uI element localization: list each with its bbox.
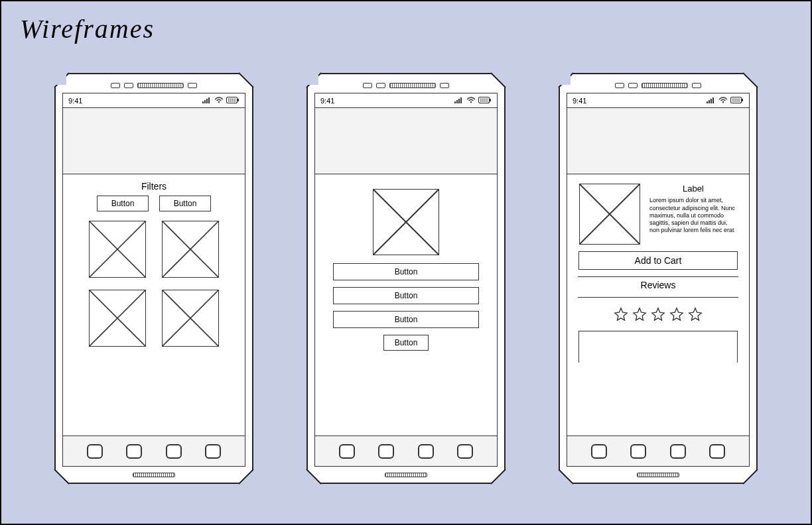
image-placeholder[interactable]	[89, 221, 146, 278]
bevel-corner	[54, 73, 69, 88]
home-indicator[interactable]	[133, 473, 175, 477]
bottom-nav	[567, 436, 749, 466]
status-time: 9:41	[68, 97, 82, 105]
nav-item[interactable]	[630, 444, 646, 459]
image-placeholder[interactable]	[162, 221, 219, 278]
product-text: Label Lorem ipsum dolor sit amet, consec…	[649, 184, 737, 235]
screen3-content: Label Lorem ipsum dolor sit amet, consec…	[567, 174, 749, 436]
wifi-icon	[214, 97, 224, 105]
wireframe-row: 9:41 Filters Button Button	[1, 73, 811, 484]
status-bar: 9:41	[567, 93, 749, 108]
sensor-dot	[376, 83, 385, 88]
svg-rect-61	[731, 97, 742, 103]
earpiece-speaker	[642, 83, 688, 88]
earpiece-speaker	[389, 83, 436, 88]
image-placeholder[interactable]	[162, 290, 219, 347]
star-rating[interactable]	[614, 307, 703, 324]
filter-button-b[interactable]: Button	[159, 196, 211, 211]
svg-line-1	[54, 73, 69, 88]
image-placeholder[interactable]	[89, 290, 146, 347]
nav-item[interactable]	[591, 444, 607, 459]
phone-screen: 9:41 Filters Button Button	[62, 93, 245, 467]
star-icon[interactable]	[632, 307, 647, 324]
phone-screen: 9:41 Button Button	[314, 93, 498, 467]
svg-rect-58	[710, 99, 712, 103]
svg-rect-10	[206, 99, 208, 103]
phone-1: 9:41 Filters Button Button	[54, 73, 253, 484]
home-indicator[interactable]	[385, 473, 427, 477]
nav-item[interactable]	[709, 444, 725, 459]
star-icon[interactable]	[688, 307, 703, 324]
star-icon[interactable]	[651, 307, 665, 324]
phone-top-hardware	[56, 74, 252, 93]
home-indicator[interactable]	[637, 473, 679, 477]
nav-item[interactable]	[166, 444, 182, 459]
star-icon[interactable]	[669, 307, 684, 324]
sensor-dot	[615, 83, 624, 88]
home-button-area	[56, 471, 252, 483]
section-divider	[578, 297, 738, 298]
svg-rect-56	[707, 101, 708, 103]
home-button-area	[560, 471, 756, 483]
nav-item[interactable]	[418, 444, 434, 459]
status-bar: 9:41	[63, 93, 245, 108]
signal-icon	[707, 97, 716, 105]
product-description: Lorem ipsum dolor sit amet, consectetur …	[649, 197, 737, 234]
phone-top-hardware	[308, 74, 504, 93]
option-button-4[interactable]: Button	[383, 335, 429, 351]
phone-screen: 9:41 Label Lorem i	[567, 93, 750, 467]
bevel-corner	[306, 73, 321, 88]
option-button-1[interactable]: Button	[333, 263, 479, 280]
review-input-box[interactable]	[578, 331, 738, 363]
nav-item[interactable]	[339, 444, 355, 459]
battery-icon	[730, 97, 744, 105]
option-button-3[interactable]: Button	[333, 311, 479, 328]
svg-rect-11	[208, 97, 210, 103]
svg-rect-14	[237, 99, 239, 101]
add-to-cart-button[interactable]: Add to Cart	[578, 251, 738, 270]
svg-rect-62	[742, 99, 743, 101]
bevel-corner	[491, 469, 506, 484]
bevel-corner	[491, 73, 506, 88]
svg-rect-36	[456, 100, 458, 103]
svg-rect-40	[479, 97, 490, 103]
svg-point-12	[218, 101, 220, 102]
nav-item[interactable]	[87, 444, 103, 459]
phone-3: 9:41 Label Lorem i	[559, 73, 758, 484]
bevel-corner	[54, 469, 69, 484]
nav-item[interactable]	[205, 444, 221, 459]
nav-item[interactable]	[378, 444, 394, 459]
sensor-dot	[440, 83, 449, 88]
filter-button-a[interactable]: Button	[97, 196, 149, 211]
bevel-corner	[559, 469, 573, 484]
svg-rect-41	[490, 99, 491, 101]
svg-rect-9	[204, 100, 206, 103]
wifi-icon	[718, 97, 728, 105]
earpiece-speaker	[137, 83, 184, 88]
product-grid	[89, 221, 219, 347]
screen1-content: Filters Button Button	[63, 174, 245, 436]
svg-rect-8	[202, 101, 204, 103]
signal-icon	[454, 97, 464, 105]
product-image-placeholder	[579, 184, 640, 245]
bevel-corner	[239, 73, 253, 88]
svg-rect-57	[709, 100, 710, 103]
phone-2: 9:41 Button Button	[306, 73, 506, 484]
bevel-corner	[239, 469, 253, 484]
nav-item[interactable]	[457, 444, 473, 459]
option-button-2[interactable]: Button	[333, 287, 479, 304]
battery-icon	[226, 97, 239, 105]
bevel-corner	[559, 73, 573, 88]
status-time: 9:41	[573, 97, 586, 105]
star-icon[interactable]	[614, 307, 628, 324]
svg-rect-35	[454, 101, 456, 103]
signal-icon	[202, 97, 212, 105]
nav-item[interactable]	[670, 444, 686, 459]
sensor-dot	[628, 83, 638, 88]
svg-rect-13	[227, 97, 237, 103]
sensor-dot	[124, 83, 133, 88]
nav-item[interactable]	[126, 444, 142, 459]
page-title: Wireframes	[20, 13, 155, 44]
reviews-title: Reviews	[641, 280, 676, 290]
product-label: Label	[649, 184, 737, 194]
